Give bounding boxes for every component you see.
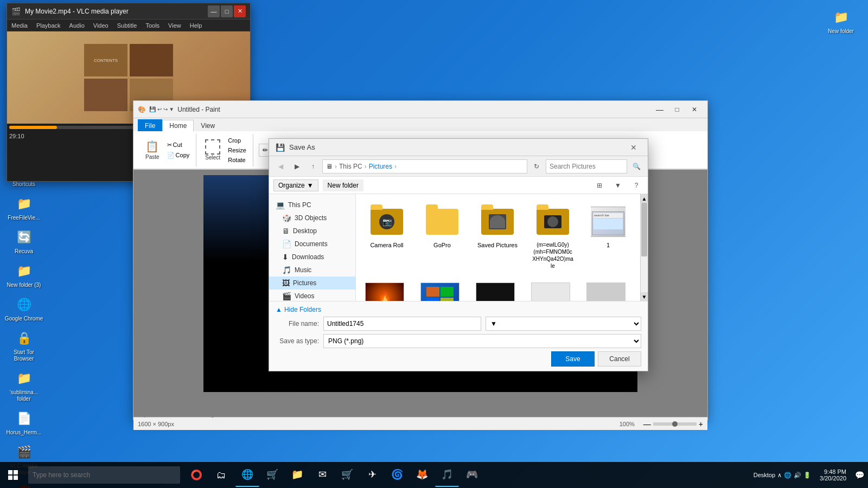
vlc-minimize-button[interactable]: — bbox=[208, 5, 220, 17]
filename-dropdown[interactable]: ▼ bbox=[486, 317, 641, 331]
toolbar-rotate-button[interactable]: Rotate bbox=[226, 156, 248, 164]
paint-zoom-out[interactable]: — bbox=[643, 420, 651, 428]
paint-zoom-thumb[interactable] bbox=[672, 421, 678, 427]
paint-tabs: File Home View bbox=[133, 118, 707, 131]
tray-volume-icon[interactable]: 🔊 bbox=[794, 472, 801, 479]
desktop-icon-starttor[interactable]: 🔒 Start Tor Browser bbox=[2, 326, 46, 364]
sidebar-documents[interactable]: 📄 Documents bbox=[269, 237, 355, 251]
organize-button[interactable]: Organize ▼ bbox=[273, 179, 318, 191]
vlc-menu-view[interactable]: View bbox=[166, 22, 183, 29]
paint-zoom-slider[interactable] bbox=[653, 422, 697, 426]
cancel-button[interactable]: Cancel bbox=[598, 351, 641, 367]
dialog-help-button[interactable]: ? bbox=[629, 178, 643, 192]
sidebar-pictures[interactable]: 🖼 Pictures bbox=[269, 277, 355, 290]
toolbar-crop-button[interactable]: Crop bbox=[226, 136, 248, 145]
taskbar-vlctask-button[interactable]: 🎵 bbox=[435, 463, 459, 487]
taskbar-app1-button[interactable]: 🌀 bbox=[385, 463, 409, 487]
tab-view[interactable]: View bbox=[194, 119, 222, 131]
paint-maximize-button[interactable]: □ bbox=[668, 102, 686, 117]
vlc-close-button[interactable]: ✕ bbox=[234, 5, 246, 17]
toolbar-select-button[interactable]: Select bbox=[202, 137, 224, 163]
paint-close-button[interactable]: ✕ bbox=[686, 102, 703, 117]
taskbar-edge-button[interactable]: 🌐 bbox=[235, 463, 259, 487]
dialog-titlebar[interactable]: 💾 Save As ✕ bbox=[269, 139, 648, 156]
taskbar-tripadvisor-button[interactable]: ✈ bbox=[360, 463, 384, 487]
taskbar-search-input[interactable] bbox=[28, 466, 180, 484]
start-button[interactable] bbox=[0, 462, 26, 488]
sidebar-desktop[interactable]: 🖥 Desktop bbox=[269, 224, 355, 237]
filename-input[interactable] bbox=[323, 317, 481, 331]
hide-folders-row[interactable]: ▲ Hide Folders bbox=[276, 306, 641, 313]
tab-file[interactable]: File bbox=[138, 119, 162, 131]
desktop-icon-freefile[interactable]: 📁 FreeFileVie... bbox=[2, 192, 46, 223]
nav-forward-button[interactable]: ▶ bbox=[290, 159, 304, 174]
taskbar-store-button[interactable]: 🛒 bbox=[260, 463, 284, 487]
desktop-icon-recuva[interactable]: 🔄 Recuva bbox=[2, 226, 46, 257]
vlc-menu-subtitle[interactable]: Subtitle bbox=[115, 22, 139, 29]
nav-up-button[interactable]: ↑ bbox=[306, 159, 320, 174]
tray-network-icon[interactable]: 🌐 bbox=[784, 472, 792, 479]
file-item-hachanel[interactable]: ha_chanel_dre... bbox=[471, 280, 520, 301]
desktop-icon-horus[interactable]: 📄 Horus_Herm... bbox=[2, 407, 46, 438]
toolbar-cut-button[interactable]: ✂ Cut bbox=[165, 140, 192, 150]
taskbar-taskview-button[interactable]: 🗂 bbox=[209, 463, 233, 487]
vlc-menu-tools[interactable]: Tools bbox=[143, 22, 162, 29]
address-bar[interactable]: 🖥 › This PC › Pictures › bbox=[322, 159, 527, 174]
view-toggle-button[interactable]: ⊞ bbox=[592, 178, 607, 192]
nav-back-button[interactable]: ◀ bbox=[273, 159, 288, 174]
vlc-menu-help[interactable]: Help bbox=[188, 22, 205, 29]
file-item-gopro[interactable]: GoPro bbox=[418, 201, 467, 273]
vlc-menu-playback[interactable]: Playback bbox=[34, 22, 63, 29]
toolbar-resize-button[interactable]: Resize bbox=[226, 146, 248, 155]
taskbar-game-button[interactable]: 🎮 bbox=[460, 463, 484, 487]
taskbar-explorer-button[interactable]: 📁 bbox=[285, 463, 309, 487]
view-dropdown-button[interactable]: ▼ bbox=[611, 178, 625, 192]
vlc-menu-video[interactable]: Video bbox=[91, 22, 111, 29]
dialog-search-button[interactable]: 🔍 bbox=[629, 159, 643, 174]
file-item-mewl[interactable]: (m=ewlLG0y)(mh=FMNOM0cXHYnQa42O)male bbox=[528, 201, 577, 273]
desktop-icon-newfolder3[interactable]: 📁 New folder (3) bbox=[2, 259, 46, 291]
vlc-titlebar[interactable]: 🎬 My Movie2.mp4 - VLC media player — □ ✕ bbox=[7, 3, 250, 20]
save-button[interactable]: Save bbox=[551, 351, 595, 367]
desktop-icon-subliminal[interactable]: 📁 'sublimina... folder bbox=[2, 367, 46, 404]
vlc-menu-audio[interactable]: Audio bbox=[67, 22, 87, 29]
file-item-billing[interactable]: billing_addres... bbox=[526, 280, 575, 301]
taskbar-notification-button[interactable]: 💬 bbox=[851, 463, 868, 487]
scrollbar-down-button[interactable]: ▼ bbox=[641, 292, 648, 301]
new-folder-button[interactable]: New folder bbox=[323, 179, 363, 191]
toolbar-paste-button[interactable]: 📋 Paste bbox=[142, 138, 163, 162]
taskbar-amazon-button[interactable]: 🛒 bbox=[335, 463, 359, 487]
dialog-scrollbar[interactable]: ▲ ▼ bbox=[640, 194, 648, 301]
taskbar-clock[interactable]: 9:48 PM 3/20/2020 bbox=[815, 468, 851, 481]
vlc-menu-media[interactable]: Media bbox=[9, 22, 30, 29]
sidebar-videos[interactable]: 🎬 Videos bbox=[269, 290, 355, 301]
vlc-maximize-button[interactable]: □ bbox=[221, 5, 233, 17]
desktop-icon-newfolder-topright[interactable]: 📁 New folder bbox=[819, 5, 863, 37]
tray-battery-icon[interactable]: 🔋 bbox=[803, 472, 811, 479]
scrollbar-thumb[interactable] bbox=[641, 203, 647, 256]
saveastype-select[interactable]: PNG (*.png) bbox=[323, 334, 641, 348]
taskbar-mail-button[interactable]: ✉ bbox=[310, 463, 334, 487]
nav-refresh-button[interactable]: ↻ bbox=[529, 159, 544, 174]
dialog-close-button[interactable]: ✕ bbox=[626, 140, 641, 155]
file-item-1[interactable]: search bar 1 bbox=[584, 201, 633, 273]
sidebar-thispc[interactable]: 💻 This PC bbox=[269, 198, 355, 211]
scrollbar-up-button[interactable]: ▲ bbox=[641, 194, 648, 203]
file-item-cameraroll[interactable]: 📷 Camera Roll bbox=[362, 201, 411, 273]
paint-titlebar[interactable]: 🎨 💾 ↩ ↪ ▼ Untitled - Paint — □ ✕ bbox=[133, 101, 707, 118]
toolbar-copy-button[interactable]: 📄 Copy bbox=[165, 151, 192, 160]
sidebar-music[interactable]: 🎵 Music bbox=[269, 264, 355, 277]
taskbar-firefox2-button[interactable]: 🦊 bbox=[410, 463, 434, 487]
taskbar-cortana-button[interactable]: ⭕ bbox=[184, 463, 208, 487]
desktop-icon-chrome[interactable]: 🌐 Google Chrome bbox=[2, 293, 46, 324]
paint-minimize-button[interactable]: — bbox=[651, 102, 668, 117]
paint-zoom-in[interactable]: + bbox=[699, 420, 703, 428]
file-item-7[interactable]: 🔥 7 bbox=[360, 280, 409, 301]
file-item-savedpictures[interactable]: Saved Pictures bbox=[473, 201, 522, 273]
file-item-b1tmarim[interactable]: b1TMARIM4GfM... bbox=[582, 280, 630, 301]
file-item-610[interactable]: 610 bbox=[416, 280, 464, 301]
sidebar-downloads[interactable]: ⬇ Downloads bbox=[269, 251, 355, 264]
dialog-search-input[interactable] bbox=[546, 159, 627, 174]
sidebar-3dobjects[interactable]: 🎲 3D Objects bbox=[269, 211, 355, 224]
tab-home[interactable]: Home bbox=[162, 120, 194, 132]
